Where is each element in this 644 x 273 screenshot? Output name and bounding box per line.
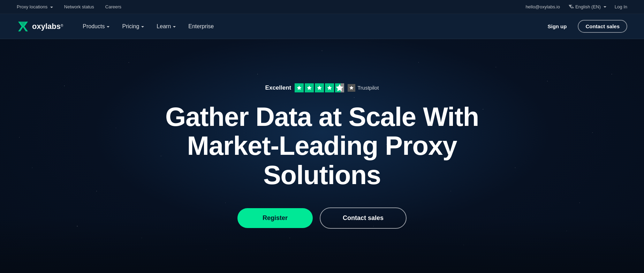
stars-container [295,83,344,92]
nav-left: oxylabs® Products Pricing Learn Enterpri… [17,20,219,33]
top-bar-right: hello@oxylabs.io English (EN) Log In [525,4,627,10]
nav-learn-label: Learn [157,23,171,30]
proxy-locations-chevron [50,7,53,8]
trustpilot-icon [348,84,355,92]
star-5-half [335,83,344,92]
nav-learn[interactable]: Learn [151,21,181,32]
network-status-link[interactable]: Network status [64,4,94,9]
register-button[interactable]: Register [237,208,313,228]
star-3 [315,83,324,92]
language-label: English (EN) [575,4,601,9]
logo-link[interactable]: oxylabs® [17,20,63,33]
email-link[interactable]: hello@oxylabs.io [525,4,560,9]
language-selector[interactable]: English (EN) [568,4,606,10]
careers-link[interactable]: Careers [105,4,121,9]
hero-content: Excellent [131,62,513,250]
top-bar-left: Proxy locations Network status Careers [17,4,121,9]
hero-section: Excellent [0,39,644,273]
hero-headline-line1: Gather Data at Scale With [165,102,479,131]
nav-products-chevron [107,26,109,28]
contact-sales-hero-button[interactable]: Contact sales [320,207,407,229]
logo-icon [17,20,29,33]
nav-pricing-chevron [141,26,144,28]
translate-icon [568,4,574,10]
nav-products[interactable]: Products [77,21,115,32]
star-1 [295,83,304,92]
star-4 [325,83,334,92]
login-link[interactable]: Log In [615,4,627,9]
trustpilot-logo: Trustpilot [348,84,379,92]
nav-enterprise-label: Enterprise [188,23,214,30]
nav-right: Sign up Contact sales [542,20,627,33]
main-nav: oxylabs® Products Pricing Learn Enterpri… [0,14,644,39]
trustpilot-row: Excellent [265,83,379,92]
language-chevron [604,6,606,8]
nav-links: Products Pricing Learn Enterprise [77,21,219,32]
proxy-locations-label: Proxy locations [17,4,47,9]
star-2 [305,83,314,92]
trustpilot-label: Excellent [265,84,291,91]
proxy-locations-link[interactable]: Proxy locations [17,4,53,9]
hero-headline-line2: Market-Leading Proxy Solutions [187,131,457,190]
signup-button[interactable]: Sign up [542,21,572,32]
nav-enterprise[interactable]: Enterprise [183,21,219,32]
trustpilot-name: Trustpilot [357,85,379,91]
nav-products-label: Products [83,23,105,30]
nav-pricing-label: Pricing [122,23,139,30]
top-bar: Proxy locations Network status Careers h… [0,0,644,14]
cta-buttons: Register Contact sales [237,207,407,229]
nav-pricing[interactable]: Pricing [116,21,150,32]
nav-learn-chevron [173,26,176,28]
hero-headline: Gather Data at Scale With Market-Leading… [148,102,497,190]
logo-text: oxylabs® [32,22,63,31]
contact-sales-nav-button[interactable]: Contact sales [578,20,627,33]
